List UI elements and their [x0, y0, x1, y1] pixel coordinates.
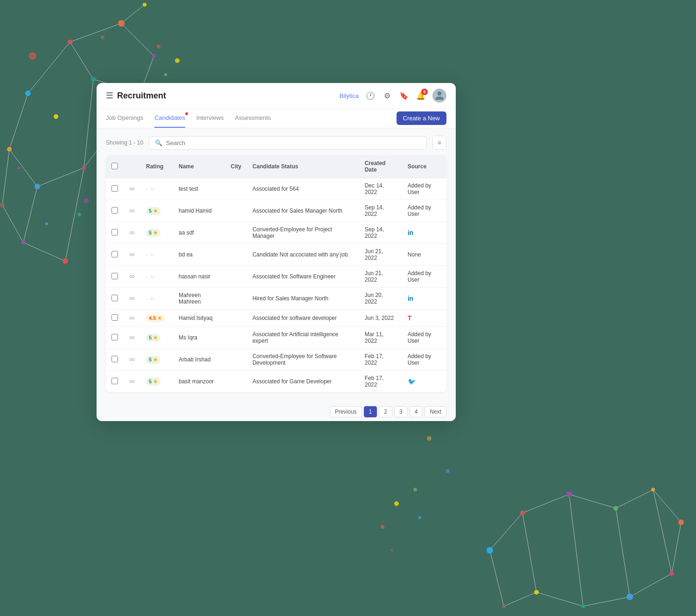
row-source-cell: Added by User — [402, 266, 446, 288]
settings-icon[interactable]: ⚙ — [382, 90, 392, 101]
svg-point-20 — [152, 54, 156, 58]
row-checkbox[interactable] — [111, 185, 118, 192]
th-candidate-status: Candidate Status — [247, 155, 359, 178]
clock-icon[interactable]: 🕐 — [365, 90, 376, 101]
row-checkbox[interactable] — [111, 273, 118, 279]
filter-icon: ≡ — [438, 139, 441, 146]
svg-point-54 — [487, 547, 493, 554]
row-date-cell: Feb 17, 2022 — [359, 349, 402, 371]
row-date-cell: Dec 14, 2022 — [359, 178, 402, 200]
search-input[interactable] — [166, 139, 421, 146]
row-date-cell: Jun 3, 2022 — [359, 310, 402, 327]
svg-point-70 — [418, 516, 421, 519]
row-checkbox[interactable] — [111, 207, 118, 214]
row-date-cell: Jun 21, 2022 — [359, 244, 402, 266]
row-source-cell: Added by User — [402, 178, 446, 200]
hamburger-icon[interactable]: ☰ — [106, 90, 113, 101]
row-status-cell: Converted-Employee for Software Developm… — [247, 349, 359, 371]
tab-job-openings[interactable]: Job Openings — [106, 109, 143, 128]
tab-assessments[interactable]: Assessments — [235, 109, 271, 128]
row-source-cell: Added by User — [402, 349, 446, 371]
row-city-cell — [225, 200, 247, 222]
svg-line-11 — [23, 187, 37, 242]
svg-line-51 — [616, 508, 630, 597]
th-city: City — [225, 155, 247, 178]
row-date-cell: Jun 21, 2022 — [359, 266, 402, 288]
row-source-cell: in — [402, 222, 446, 244]
row-name-cell: hamid Hamid — [173, 200, 225, 222]
infinity-icon: ∞ — [129, 377, 134, 385]
row-rating-cell: 4.5★ — [140, 310, 173, 327]
svg-line-41 — [569, 494, 616, 508]
svg-point-68 — [394, 501, 399, 506]
row-source-cell: 🐦 — [402, 371, 446, 393]
notification-icon[interactable]: 🔔 0 — [416, 90, 426, 101]
svg-line-1 — [70, 23, 121, 42]
row-avatar-cell: ∞ — [124, 222, 140, 244]
svg-line-6 — [9, 149, 37, 187]
header-right: Bilytica 🕐 ⚙ 🔖 🔔 0 — [340, 89, 446, 103]
avatar — [432, 89, 446, 103]
row-rating-cell: - ☆ — [140, 288, 173, 310]
bookmark-icon[interactable]: 🔖 — [399, 90, 409, 101]
tab-interviews[interactable]: Interviews — [196, 109, 224, 128]
row-name-cell: Mahreen Mahreen — [173, 288, 225, 310]
page-2-button[interactable]: 2 — [379, 406, 392, 417]
select-all-checkbox[interactable] — [111, 163, 118, 169]
svg-line-52 — [522, 513, 536, 592]
svg-line-49 — [490, 550, 504, 606]
page-4-button[interactable]: 4 — [410, 406, 423, 417]
infinity-icon: ∞ — [129, 333, 134, 341]
svg-line-44 — [672, 522, 681, 574]
infinity-icon: ∞ — [129, 355, 134, 363]
row-source-cell: Added by User — [402, 327, 446, 349]
filter-button[interactable]: ≡ — [432, 136, 446, 150]
svg-point-57 — [613, 506, 618, 511]
row-checkbox-cell — [106, 222, 124, 244]
row-avatar-cell: ∞ — [124, 371, 140, 393]
row-status-cell: Associated for Artificial intelligence e… — [247, 327, 359, 349]
svg-point-71 — [381, 525, 384, 529]
row-checkbox[interactable] — [111, 356, 118, 362]
search-icon: 🔍 — [155, 139, 162, 146]
row-rating-cell: 5★ — [140, 371, 173, 393]
svg-line-0 — [28, 42, 70, 93]
svg-line-42 — [616, 490, 653, 508]
page-1-button[interactable]: 1 — [364, 406, 377, 417]
page-3-button[interactable]: 3 — [394, 406, 408, 417]
row-checkbox[interactable] — [111, 229, 118, 235]
table-row: ∞5★Ms IqraAssociated for Artificial inte… — [106, 327, 446, 349]
svg-point-36 — [175, 58, 180, 63]
svg-line-5 — [9, 93, 28, 149]
previous-button[interactable]: Previous — [330, 406, 362, 417]
create-new-button[interactable]: Create a New — [397, 111, 446, 125]
svg-point-31 — [54, 114, 58, 119]
row-status-cell: Associated for Game Developer — [247, 371, 359, 393]
row-checkbox[interactable] — [111, 314, 118, 321]
row-city-cell — [225, 178, 247, 200]
svg-line-9 — [2, 149, 9, 205]
row-status-cell: Converted-Employee for Project Manager — [247, 222, 359, 244]
rating-empty: - ☆ — [146, 252, 154, 258]
row-checkbox[interactable] — [111, 378, 118, 384]
svg-point-58 — [651, 488, 655, 491]
svg-point-72 — [390, 549, 393, 552]
table-toolbar: Showing 1 - 10 🔍 ≡ — [106, 136, 446, 150]
svg-point-60 — [669, 571, 674, 576]
row-checkbox-cell — [106, 244, 124, 266]
tab-candidates[interactable]: Candidates — [154, 109, 185, 128]
row-checkbox[interactable] — [111, 295, 118, 301]
next-button[interactable]: Next — [425, 406, 446, 417]
row-name-cell: bd ea — [173, 244, 225, 266]
row-checkbox-cell — [106, 266, 124, 288]
th-created-date: Created Date — [359, 155, 402, 178]
row-checkbox[interactable] — [111, 334, 118, 340]
row-city-cell — [225, 222, 247, 244]
candidates-dot — [185, 112, 188, 115]
svg-line-3 — [70, 42, 93, 79]
row-checkbox[interactable] — [111, 251, 118, 257]
notification-badge: 0 — [421, 89, 428, 95]
svg-point-17 — [25, 90, 31, 96]
search-bar: 🔍 — [149, 136, 427, 150]
table-row: ∞- ☆bd eaCandidate Not accociated with a… — [106, 244, 446, 266]
